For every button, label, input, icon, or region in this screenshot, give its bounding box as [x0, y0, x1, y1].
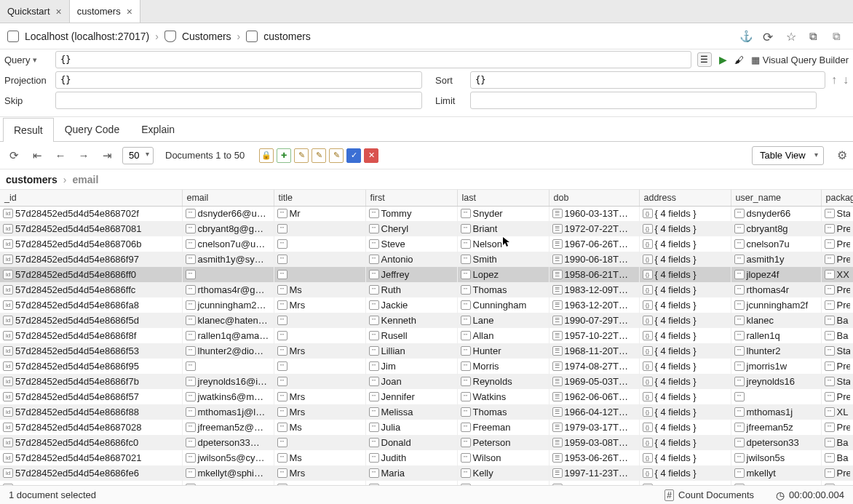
anchor-icon[interactable] [739, 30, 753, 43]
col-id[interactable]: _id [0, 190, 182, 206]
delete-button[interactable] [364, 148, 378, 163]
elapsed-value: 00:00:00.004 [789, 489, 844, 500]
elapsed-time: 00:00:00.004 [776, 489, 844, 501]
col-last[interactable]: last [457, 190, 549, 206]
tab-query-code[interactable]: Query Code [54, 117, 130, 141]
view-mode-select[interactable]: Table View [752, 146, 824, 165]
edit-value-button[interactable] [329, 148, 344, 163]
duplicate-icon[interactable] [833, 30, 846, 43]
data-grid: _id email title first last dob address u… [0, 190, 853, 487]
chevron-right-icon: › [63, 174, 67, 185]
collection-icon [246, 31, 258, 42]
next-page-button[interactable] [76, 148, 92, 164]
tab-explain[interactable]: Explain [130, 117, 186, 141]
limit-input[interactable] [470, 92, 817, 109]
table-row[interactable]: id57d28452ed5d4d54e8687081cbryant8g@g…Ch… [0, 221, 853, 236]
last-page-button[interactable] [99, 148, 115, 164]
table-row[interactable]: id57d28452ed5d4d54e8686ff0JeffreyLopez19… [0, 267, 853, 282]
breadcrumb-database[interactable]: Customers [182, 31, 231, 42]
tab-customers[interactable]: customers × [70, 0, 140, 23]
table-row[interactable]: id57d28452ed5d4d54e8686fc0dpeterson33…Do… [0, 435, 853, 450]
table-row[interactable]: id57d28452ed5d4d54e8686f57jwatkins6@m…Mr… [0, 389, 853, 404]
favorite-icon[interactable] [786, 30, 799, 43]
table-row[interactable]: id57d28452ed5d4d54e8686f53lhunter2@dio…M… [0, 343, 853, 359]
host-icon [7, 31, 19, 42]
table-row[interactable]: id57d28452ed5d4d54e8686f88mthomas1j@l…Mr… [0, 404, 853, 420]
copy-icon[interactable] [809, 30, 822, 43]
query-input[interactable] [55, 51, 691, 68]
projection-label: Projection [4, 75, 49, 86]
col-address[interactable]: address [639, 190, 731, 206]
table-row[interactable]: id57d28452ed5d4d54e8687028jfreeman5z@…Ms… [0, 420, 853, 435]
table-header-row: _id email title first last dob address u… [0, 190, 853, 206]
query-label: Query ▾ [4, 55, 49, 65]
projection-input[interactable] [55, 71, 422, 89]
query-options-button[interactable]: ☰ [697, 52, 712, 67]
sort-label: Sort [435, 75, 464, 86]
page-size-select[interactable]: 50 [122, 147, 154, 164]
sort-desc-button[interactable] [843, 73, 849, 87]
col-title[interactable]: title [274, 190, 365, 206]
table-row[interactable]: id57d28452ed5d4d54e8686f95JimMorris1974-… [0, 359, 853, 374]
hash-icon [664, 489, 674, 500]
settings-button[interactable] [837, 148, 847, 162]
count-documents-button[interactable]: Count Documents [664, 489, 754, 500]
prev-page-button[interactable] [52, 148, 68, 164]
document-range: Documents 1 to 50 [165, 150, 245, 161]
refresh-button[interactable] [6, 148, 22, 164]
table-row[interactable]: id57d28452ed5d4d54e8686f97asmith1y@sy…An… [0, 252, 853, 267]
add-document-button[interactable] [277, 148, 291, 163]
chevron-right-icon: › [155, 31, 159, 42]
tab-result[interactable]: Result [3, 118, 54, 142]
table-row[interactable]: id57d28452ed5d4d54e8686fa8jcunningham2…M… [0, 297, 853, 313]
table-row[interactable]: id57d28452ed5d4d54e8687021jwilson5s@cy…M… [0, 450, 853, 465]
table-row[interactable]: id57d28452ed5d4d54e868702fdsnyder66@u…Mr… [0, 206, 853, 221]
query-area: Query ▾ ☰ ▶ 🖌 ▦ Visual Query Builder Pro… [0, 49, 853, 117]
col-package[interactable]: package [821, 190, 853, 206]
tab-quickstart[interactable]: Quickstart × [0, 0, 70, 23]
col-dob[interactable]: dob [549, 190, 639, 206]
breadcrumb: Localhost (localhost:27017) › Customers … [7, 31, 311, 42]
table-row[interactable]: id57d28452ed5d4d54e868706bcnelson7u@u…St… [0, 236, 853, 252]
skip-input[interactable] [55, 92, 422, 109]
path-bar: customers › email [0, 169, 853, 190]
data-table[interactable]: _id email title first last dob address u… [0, 190, 853, 487]
close-icon[interactable]: × [56, 6, 62, 17]
run-query-button[interactable]: ▶ [719, 54, 727, 65]
close-icon[interactable]: × [127, 6, 132, 17]
result-tabs: Result Query Code Explain [0, 117, 853, 142]
table-row[interactable]: id57d28452ed5d4d54e8686ffcrthomas4r@g…Ms… [0, 282, 853, 297]
result-toolbar: 50 Documents 1 to 50 Table View [0, 142, 853, 169]
tab-label: customers [77, 6, 121, 17]
table-row[interactable]: id57d28452ed5d4d54e8686fe6mkellyt@sphi…M… [0, 465, 853, 481]
breadcrumb-collection[interactable]: customers [263, 31, 311, 42]
lock-button[interactable] [259, 148, 274, 163]
limit-label: Limit [435, 95, 464, 106]
table-row[interactable]: id57d28452ed5d4d54e8686f5dklanec@haten…K… [0, 313, 853, 328]
col-email[interactable]: email [182, 190, 274, 206]
chevron-right-icon: › [237, 31, 241, 42]
tab-label: Quickstart [7, 6, 50, 17]
path-field[interactable]: email [72, 174, 98, 185]
confirm-button[interactable] [346, 148, 361, 163]
format-button[interactable]: 🖌 [734, 55, 744, 65]
col-first[interactable]: first [365, 190, 457, 206]
visual-query-builder-button[interactable]: ▦ Visual Query Builder [751, 55, 849, 65]
skip-label: Skip [4, 95, 49, 106]
status-bar: 1 document selected Count Documents 00:0… [0, 485, 853, 504]
query-label-text: Query [4, 55, 30, 65]
first-page-button[interactable] [29, 148, 45, 164]
history-icon[interactable] [763, 30, 776, 43]
breadcrumb-host[interactable]: Localhost (localhost:27017) [25, 31, 149, 42]
sort-asc-button[interactable] [831, 73, 837, 87]
chevron-down-icon[interactable]: ▾ [33, 55, 37, 65]
grid-icon: ▦ [751, 55, 760, 65]
table-row[interactable]: id57d28452ed5d4d54e8686f8frallen1q@ama…R… [0, 328, 853, 343]
edit-button[interactable] [294, 148, 309, 163]
path-collection[interactable]: customers [6, 174, 57, 185]
table-row[interactable]: id57d28452ed5d4d54e8686f7bjreynolds16@i…… [0, 374, 853, 389]
sort-input[interactable] [470, 71, 825, 89]
tab-bar: Quickstart × customers × [0, 0, 853, 23]
edit-field-button[interactable] [312, 148, 326, 163]
col-user-name[interactable]: user_name [731, 190, 821, 206]
